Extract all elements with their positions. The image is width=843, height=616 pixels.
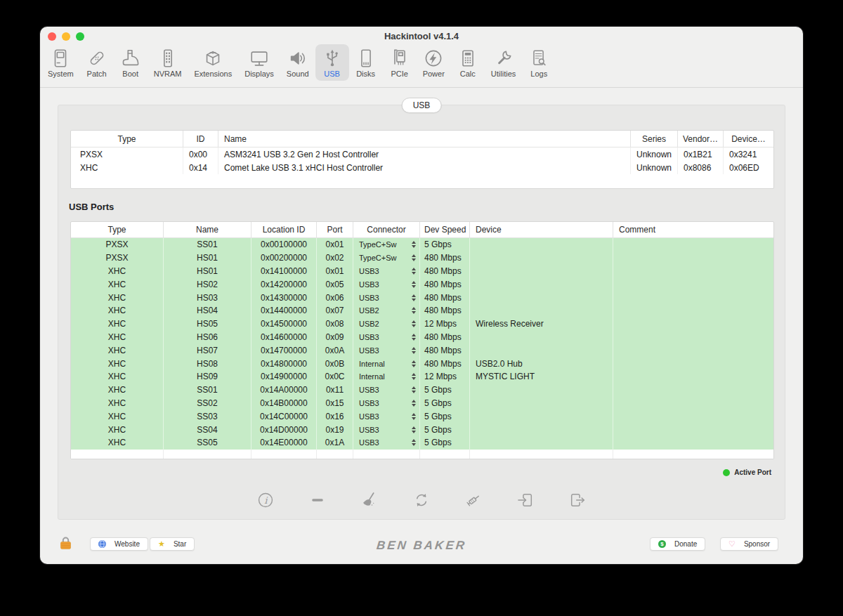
table-row[interactable]: XHCHS030x143000000x06USB3480 Mbps bbox=[71, 291, 773, 304]
refresh-button[interactable] bbox=[412, 490, 431, 510]
table-row[interactable]: XHCSS010x14A000000x11USB35 Gbps bbox=[71, 384, 773, 397]
table-cell: MYSTIC LIGHT bbox=[470, 370, 613, 384]
import-button[interactable] bbox=[516, 490, 535, 510]
connector-value: USB3 bbox=[359, 399, 379, 407]
toolbar-item-label: Patch bbox=[87, 70, 107, 78]
table-cell bbox=[613, 370, 773, 384]
table-row[interactable]: PXSXHS010x002000000x02TypeC+Sw480 Mbps bbox=[71, 251, 773, 265]
connector-value: USB2 bbox=[359, 306, 379, 315]
export-button[interactable] bbox=[568, 490, 587, 510]
clean-button[interactable] bbox=[360, 490, 379, 510]
table-row[interactable]: XHCHS010x141000000x01USB3480 Mbps bbox=[71, 265, 773, 278]
sponsor-button[interactable]: ♡ Sponsor bbox=[720, 537, 778, 551]
table-cell: 0x14800000 bbox=[251, 357, 317, 370]
connector-stepper-icon[interactable] bbox=[412, 360, 416, 367]
table-cell bbox=[470, 238, 613, 251]
table-cell: HS07 bbox=[164, 343, 251, 357]
table-row[interactable]: XHC0x14Comet Lake USB 3.1 xHCI Host Cont… bbox=[71, 161, 773, 174]
column-header-name[interactable]: Name bbox=[218, 131, 631, 147]
column-header-comment[interactable]: Comment bbox=[613, 222, 773, 237]
column-header-dev-speed[interactable]: Dev Speed bbox=[420, 222, 470, 237]
connector-value: USB3 bbox=[359, 280, 379, 289]
toolbar-item-patch[interactable]: Patch bbox=[80, 44, 114, 81]
table-cell: HS09 bbox=[164, 370, 251, 384]
table-row[interactable]: XHCHS020x142000000x05USB3480 Mbps bbox=[71, 277, 773, 291]
column-header-location-id[interactable]: Location ID bbox=[251, 222, 317, 237]
toolbar-item-pcie[interactable]: PCIe bbox=[383, 44, 417, 81]
toolbar-item-disks[interactable]: Disks bbox=[349, 44, 383, 81]
table-cell: Unknown bbox=[631, 148, 678, 161]
column-header-connector[interactable]: Connector bbox=[353, 222, 420, 237]
table-row[interactable]: XHCSS050x14E000000x1AUSB35 Gbps bbox=[71, 436, 773, 450]
connector-stepper-icon[interactable] bbox=[412, 439, 416, 446]
column-header-type[interactable]: Type bbox=[71, 222, 164, 237]
toolbar-item-boot[interactable]: Boot bbox=[114, 44, 148, 81]
toolbar-item-extensions[interactable]: Extensions bbox=[188, 44, 238, 81]
table-row[interactable]: XHCSS040x14D000000x19USB35 Gbps bbox=[71, 423, 773, 436]
sponsor-label: Sponsor bbox=[744, 540, 770, 548]
table-row[interactable]: XHCHS060x146000000x09USB3480 Mbps bbox=[71, 331, 773, 344]
toolbar-item-logs[interactable]: Logs bbox=[522, 44, 556, 81]
column-header-device[interactable]: Device bbox=[470, 222, 613, 237]
column-header-port[interactable]: Port bbox=[317, 222, 353, 237]
connector-stepper-icon[interactable] bbox=[412, 400, 416, 407]
connector-stepper-icon[interactable] bbox=[412, 281, 416, 288]
toolbar-item-label: System bbox=[48, 70, 74, 78]
toolbar-item-calc[interactable]: Calc bbox=[451, 44, 485, 81]
table-cell: 0x07 bbox=[317, 304, 353, 317]
column-header-vendor[interactable]: Vendor… bbox=[678, 131, 724, 147]
toolbar-item-nvram[interactable]: NVRAM bbox=[148, 44, 188, 81]
table-row[interactable]: XHCHS090x149000000x0CInternal12 MbpsMYST… bbox=[71, 370, 773, 384]
connector-stepper-icon[interactable] bbox=[412, 413, 416, 420]
toolbar-item-sound[interactable]: Sound bbox=[280, 44, 315, 81]
table-cell: 0x11 bbox=[317, 384, 353, 397]
toolbar-item-utilities[interactable]: Utilities bbox=[485, 44, 522, 81]
remove-button[interactable] bbox=[308, 490, 327, 510]
toolbar-item-system[interactable]: System bbox=[41, 44, 80, 81]
toolbar-item-label: Logs bbox=[530, 70, 547, 78]
tab-usb[interactable]: USB bbox=[402, 98, 442, 113]
connector-value: USB3 bbox=[359, 333, 379, 341]
toolbar-item-displays[interactable]: Displays bbox=[238, 44, 280, 81]
connector-stepper-icon[interactable] bbox=[412, 386, 416, 393]
connector-stepper-icon[interactable] bbox=[412, 426, 416, 433]
table-row[interactable]: PXSXSS010x001000000x01TypeC+Sw5 Gbps bbox=[71, 238, 773, 251]
table-cell: HS05 bbox=[164, 317, 251, 331]
inject-button[interactable] bbox=[464, 490, 483, 510]
table-row[interactable]: XHCHS050x145000000x08USB212 MbpsWireless… bbox=[71, 317, 773, 331]
table-cell: XHC bbox=[71, 436, 164, 450]
toolbar-item-usb[interactable]: USB bbox=[315, 44, 349, 81]
table-row[interactable]: XHCHS040x144000000x07USB2480 Mbps bbox=[71, 304, 773, 317]
connector-stepper-icon[interactable] bbox=[412, 254, 416, 261]
info-button[interactable] bbox=[256, 490, 275, 510]
column-header-type[interactable]: Type bbox=[71, 131, 183, 147]
connector-stepper-icon[interactable] bbox=[412, 294, 416, 301]
table-row[interactable]: XHCSS020x14B000000x15USB35 Gbps bbox=[71, 397, 773, 410]
ports-body: PXSXSS010x001000000x01TypeC+Sw5 GbpsPXSX… bbox=[71, 238, 773, 450]
table-row[interactable]: XHCSS030x14C000000x16USB35 Gbps bbox=[71, 409, 773, 423]
connector-stepper-icon[interactable] bbox=[412, 320, 416, 327]
title-bar[interactable]: Hackintool v4.1.4 bbox=[40, 27, 803, 45]
column-header-series[interactable]: Series bbox=[631, 131, 678, 147]
connector-stepper-icon[interactable] bbox=[412, 334, 416, 341]
table-cell: USB3 bbox=[353, 436, 420, 450]
refresh-icon bbox=[412, 490, 431, 510]
column-header-id[interactable]: ID bbox=[183, 131, 218, 147]
table-cell bbox=[470, 409, 613, 423]
table-row[interactable]: XHCHS070x147000000x0AUSB3480 Mbps bbox=[71, 343, 773, 357]
table-row[interactable]: XHCHS080x148000000x0BInternal480 MbpsUSB… bbox=[71, 357, 773, 370]
donate-button[interactable]: Donate bbox=[650, 537, 705, 551]
table-cell: 0x14D00000 bbox=[251, 423, 317, 436]
table-row[interactable]: PXSX0x00ASM3241 USB 3.2 Gen 2 Host Contr… bbox=[71, 148, 773, 161]
connector-stepper-icon[interactable] bbox=[412, 373, 416, 380]
connector-stepper-icon[interactable] bbox=[412, 241, 416, 248]
toolbar-item-label: Disks bbox=[356, 70, 375, 78]
connector-stepper-icon[interactable] bbox=[412, 268, 416, 275]
toolbar-item-power[interactable]: Power bbox=[417, 44, 451, 81]
table-cell bbox=[470, 436, 613, 450]
connector-stepper-icon[interactable] bbox=[412, 347, 416, 354]
connector-stepper-icon[interactable] bbox=[412, 307, 416, 314]
column-header-device[interactable]: Device… bbox=[724, 131, 773, 147]
column-header-name[interactable]: Name bbox=[164, 222, 251, 237]
connector-value: Internal bbox=[359, 372, 385, 381]
